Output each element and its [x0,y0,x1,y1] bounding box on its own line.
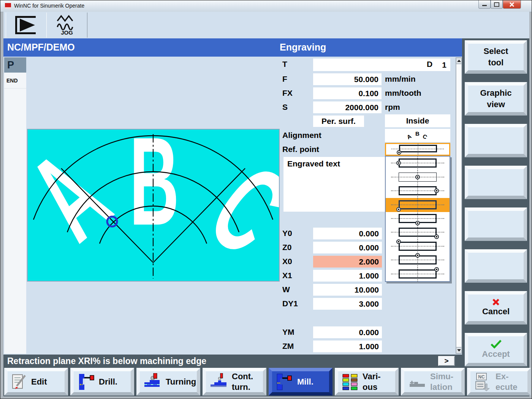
ref-point-option-c[interactable] [386,170,450,184]
window-title: WinNC for Sinumerik Operate [14,3,84,9]
softkey-empty-3[interactable] [465,207,527,241]
alignment-icon-c: C [422,133,429,140]
ref-point-option-e[interactable] [386,184,450,198]
jog-mode-button[interactable]: JOG [46,13,87,38]
softkey-cont-turn[interactable]: Cont.turn. [203,368,266,396]
ref-point-option-n[interactable] [386,253,450,267]
ref-point-label: Ref. point [282,145,319,154]
param-w-label: W [282,285,290,294]
maximize-icon [494,2,499,7]
engraved-text-field[interactable]: Engraved text [283,157,385,212]
speed-unit: rpm [385,103,400,112]
minimize-button[interactable] [478,0,491,9]
close-button[interactable] [503,0,521,9]
param-y0-field[interactable]: 0.000 [313,228,382,239]
ref-point-anchor-icon [386,144,449,155]
program-block-end[interactable]: END [4,73,26,89]
engraved-text-label: Engraved text [287,159,340,168]
softkey-turning[interactable]: Turning [136,368,200,396]
right-softkey-panel: Selecttool Graphicview Cancel Accept [462,38,529,396]
softkey-empty-4[interactable] [465,249,527,283]
ref-point-anchor-icon [386,268,450,281]
feed-unit: mm/min [385,74,416,84]
param-x1-field[interactable]: 1.000 [313,270,382,282]
tool-label: T [282,60,287,69]
softkey-accept[interactable]: Accept [465,333,527,366]
close-icon [509,2,515,7]
feed-label: F [282,74,287,84]
scroll-down-arrow-icon[interactable] [456,347,462,353]
ref-point-select-field[interactable] [385,143,450,156]
program-block-current[interactable]: P [4,57,26,73]
side-select-field[interactable]: Inside [385,114,450,127]
engraving-preview: A B C [27,129,280,282]
machine-tool-icon [14,14,39,36]
form-scrollbar[interactable] [456,57,462,354]
softkey-graphic-view[interactable]: Graphicview [465,82,527,116]
alignment-select-field[interactable]: A B C [385,129,450,142]
svg-text:B: B [129,130,179,251]
param-zm-field[interactable]: 1.000 [313,340,382,352]
maximize-button[interactable] [491,0,503,9]
simulation-icon [408,373,426,391]
softkey-simulation[interactable]: Simu-lation [401,368,465,396]
header-bar: NC/MPF/DEMO Engraving [3,38,462,57]
status-more-button[interactable]: > [438,356,455,366]
ref-point-dropdown [385,156,450,282]
softkey-select-tool[interactable]: Selecttool [465,40,527,74]
main-area: P END A B C [3,57,462,355]
ref-point-anchor-icon [386,157,450,170]
preview-letter-b: B [129,130,179,251]
various-icon [342,373,359,391]
speed-field[interactable]: 2000.000 [313,101,382,113]
scrollbar-thumb[interactable] [456,64,462,347]
machine-area-button[interactable] [6,13,47,38]
minimize-icon [482,5,487,6]
softkey-empty-2[interactable] [465,166,527,199]
dialog-title: Engraving [280,42,326,53]
param-zm-label: ZM [282,342,294,351]
ref-point-option-w[interactable] [386,157,450,170]
feed-field[interactable]: 50.000 [313,73,382,85]
param-w-field[interactable]: 10.000 [313,284,382,296]
app-icon [5,3,11,9]
ref-point-anchor-icon [386,198,450,212]
ref-point-option-s[interactable] [386,212,450,226]
softkey-drill[interactable]: Drill. [70,368,134,396]
d-number-field[interactable]: 1 [438,59,450,71]
alignment-icon-b: B [415,130,420,137]
contour-turning-icon [210,373,228,391]
machine-toolbar: JOG [3,12,529,39]
ref-point-option-nw[interactable] [386,240,450,253]
ref-point-anchor-icon [386,240,450,253]
program-block-list: P END [4,57,26,354]
param-z0-field[interactable]: 0.000 [313,242,382,253]
feed-per-tooth-label: FX [282,89,293,98]
edit-icon [11,373,27,391]
ref-point-option-se[interactable] [386,226,450,239]
feed-per-tooth-unit: mm/tooth [385,89,421,98]
param-dy1-field[interactable]: 3.000 [313,298,382,310]
scroll-up-arrow-icon[interactable] [456,58,462,64]
execute-nc-icon: NC [474,372,492,391]
svg-text:C: C [187,139,279,280]
softkey-execute[interactable]: NC Ex-ecute [467,368,531,396]
param-x1-label: X1 [282,271,292,280]
status-bar: Retraction plane XRI% is below machining… [3,355,462,367]
surface-select-field[interactable]: Per. surf. [313,116,364,127]
param-x0-field[interactable]: 2.000 [313,256,382,268]
softkey-edit[interactable]: Edit [4,368,68,396]
ref-point-option-ne[interactable] [386,268,450,281]
mill-icon [276,373,293,391]
ref-point-option-sw[interactable] [386,198,450,212]
ref-point-anchor-icon [386,226,450,239]
softkey-empty-1[interactable] [465,124,527,157]
param-ym-field[interactable]: 0.000 [313,326,382,338]
softkey-various[interactable]: Vari-ous [335,368,399,396]
softkey-mill[interactable]: Mill. [269,368,332,396]
softkey-cancel[interactable]: Cancel [465,291,527,325]
svg-text:NC: NC [478,374,485,380]
alignment-label: Alignment [282,131,321,140]
tool-field[interactable] [313,59,439,71]
feed-per-tooth-field[interactable]: 0.100 [313,87,382,99]
